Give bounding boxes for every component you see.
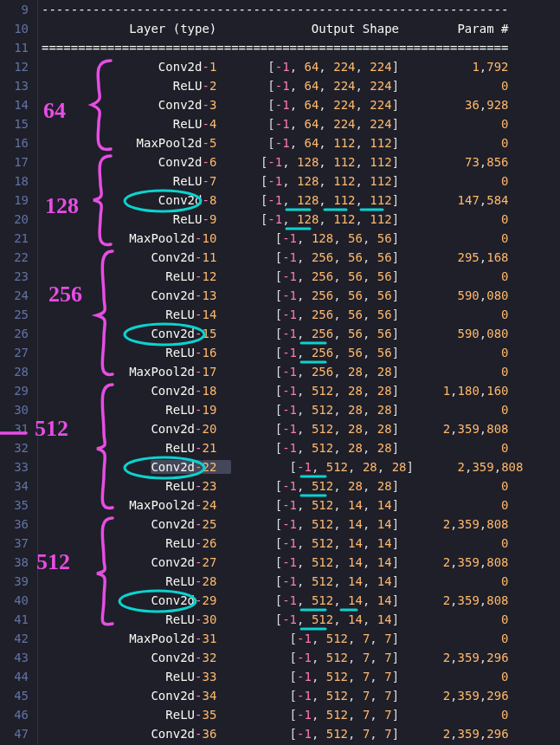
- code-line[interactable]: ReLU-19 [-1, 512, 28, 28] 0: [42, 400, 560, 419]
- line-number: 46: [9, 705, 29, 724]
- line-number: 38: [9, 553, 29, 572]
- code-line[interactable]: MaxPool2d-10 [-1, 128, 56, 56] 0: [42, 229, 560, 248]
- code-line[interactable]: ReLU-7 [-1, 128, 112, 112] 0: [42, 172, 560, 191]
- line-number: 43: [9, 648, 29, 667]
- code-line[interactable]: ReLU-26 [-1, 512, 14, 14] 0: [42, 534, 560, 553]
- line-number-gutter: 9101112131415161718192021222324252627282…: [0, 0, 38, 745]
- code-line[interactable]: Conv2d-11 [-1, 256, 56, 56] 295,168: [42, 248, 560, 267]
- code-line[interactable]: Conv2d-27 [-1, 512, 14, 14] 2,359,808: [42, 553, 560, 572]
- code-line[interactable]: Conv2d-18 [-1, 512, 28, 28] 1,180,160: [42, 381, 560, 400]
- line-number: 44: [9, 667, 29, 686]
- code-line[interactable]: MaxPool2d-17 [-1, 256, 28, 28] 0: [42, 362, 560, 381]
- code-line[interactable]: ReLU-35 [-1, 512, 7, 7] 0: [42, 705, 560, 724]
- line-number: 13: [9, 76, 29, 95]
- code-line[interactable]: Conv2d-25 [-1, 512, 14, 14] 2,359,808: [42, 515, 560, 534]
- line-number: 42: [9, 629, 29, 648]
- line-number: 11: [9, 38, 29, 57]
- line-number: 21: [9, 229, 29, 248]
- line-number: 27: [9, 343, 29, 362]
- line-number: 35: [9, 496, 29, 515]
- line-number: 26: [9, 324, 29, 343]
- code-line[interactable]: Conv2d-29 [-1, 512, 14, 14] 2,359,808: [42, 591, 560, 610]
- code-line[interactable]: ========================================…: [42, 38, 560, 57]
- line-number: 36: [9, 515, 29, 534]
- line-number: 17: [9, 152, 29, 172]
- line-number: 39: [9, 572, 29, 591]
- line-number: 29: [9, 381, 29, 400]
- code-line[interactable]: Conv2d-22 [-1, 512, 28, 28] 2,359,808: [42, 457, 560, 476]
- line-number: 12: [9, 57, 29, 76]
- code-line[interactable]: MaxPool2d-5 [-1, 64, 112, 112] 0: [42, 133, 560, 152]
- code-line[interactable]: Conv2d-36 [-1, 512, 7, 7] 2,359,296: [42, 724, 560, 743]
- code-area[interactable]: ----------------------------------------…: [38, 0, 560, 745]
- code-line[interactable]: Conv2d-3 [-1, 64, 224, 224] 36,928: [42, 95, 560, 114]
- code-line[interactable]: Conv2d-13 [-1, 256, 56, 56] 590,080: [42, 286, 560, 305]
- line-number: 20: [9, 210, 29, 229]
- code-line[interactable]: MaxPool2d-24 [-1, 512, 14, 14] 0: [42, 496, 560, 515]
- line-number: 18: [9, 172, 29, 191]
- code-line[interactable]: ----------------------------------------…: [42, 0, 560, 19]
- line-number: 41: [9, 610, 29, 629]
- line-number: 28: [9, 362, 29, 381]
- code-line[interactable]: ReLU-12 [-1, 256, 56, 56] 0: [42, 267, 560, 286]
- code-line[interactable]: Conv2d-8 [-1, 128, 112, 112] 147,584: [42, 191, 560, 210]
- line-number: 30: [9, 400, 29, 419]
- code-line[interactable]: Conv2d-32 [-1, 512, 7, 7] 2,359,296: [42, 648, 560, 667]
- line-number: 23: [9, 267, 29, 286]
- line-number: 14: [9, 95, 29, 114]
- code-line[interactable]: ReLU-21 [-1, 512, 28, 28] 0: [42, 438, 560, 457]
- line-number: 22: [9, 248, 29, 267]
- code-line[interactable]: Conv2d-20 [-1, 512, 28, 28] 2,359,808: [42, 419, 560, 438]
- line-number: 31: [9, 419, 29, 438]
- line-number: 15: [9, 114, 29, 133]
- code-line[interactable]: ReLU-33 [-1, 512, 7, 7] 0: [42, 667, 560, 686]
- line-number: 47: [9, 724, 29, 743]
- code-line[interactable]: Conv2d-1 [-1, 64, 224, 224] 1,792: [42, 57, 560, 76]
- line-number: 9: [9, 0, 29, 19]
- code-line[interactable]: ReLU-2 [-1, 64, 224, 224] 0: [42, 76, 560, 95]
- line-number: 32: [9, 438, 29, 457]
- code-line[interactable]: ReLU-4 [-1, 64, 224, 224] 0: [42, 114, 560, 133]
- code-line[interactable]: Conv2d-34 [-1, 512, 7, 7] 2,359,296: [42, 686, 560, 705]
- line-number: 25: [9, 305, 29, 324]
- code-line[interactable]: ReLU-30 [-1, 512, 14, 14] 0: [42, 610, 560, 629]
- line-number: 34: [9, 476, 29, 496]
- code-line[interactable]: Layer (type) Output Shape Param #: [42, 19, 560, 38]
- line-number: 40: [9, 591, 29, 610]
- code-editor: 9101112131415161718192021222324252627282…: [0, 0, 560, 745]
- line-number: 33: [9, 457, 29, 476]
- code-line[interactable]: ReLU-23 [-1, 512, 28, 28] 0: [42, 476, 560, 496]
- code-line[interactable]: ReLU-14 [-1, 256, 56, 56] 0: [42, 305, 560, 324]
- line-number: 16: [9, 133, 29, 152]
- code-line[interactable]: Conv2d-15 [-1, 256, 56, 56] 590,080: [42, 324, 560, 343]
- line-number: 24: [9, 286, 29, 305]
- line-number: 10: [9, 19, 29, 38]
- line-number: 45: [9, 686, 29, 705]
- code-line[interactable]: ReLU-16 [-1, 256, 56, 56] 0: [42, 343, 560, 362]
- code-line[interactable]: MaxPool2d-31 [-1, 512, 7, 7] 0: [42, 629, 560, 648]
- code-line[interactable]: ReLU-9 [-1, 128, 112, 112] 0: [42, 210, 560, 229]
- line-number: 19: [9, 191, 29, 210]
- line-number: 37: [9, 534, 29, 553]
- code-line[interactable]: Conv2d-6 [-1, 128, 112, 112] 73,856: [42, 152, 560, 172]
- code-line[interactable]: ReLU-28 [-1, 512, 14, 14] 0: [42, 572, 560, 591]
